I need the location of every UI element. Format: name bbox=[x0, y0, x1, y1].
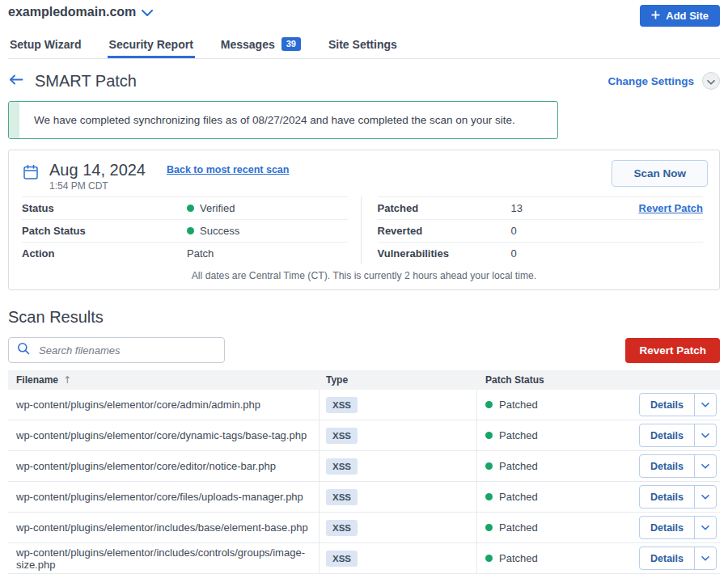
results-controls: Revert Patch bbox=[8, 336, 720, 364]
actions-cell: Details bbox=[631, 543, 720, 573]
change-settings-link[interactable]: Change Settings bbox=[607, 75, 694, 87]
details-expand-button[interactable] bbox=[694, 394, 716, 416]
patch-status-cell: Patched bbox=[477, 482, 631, 512]
filename-text: wp-content/plugins/elementor/core/editor… bbox=[16, 460, 276, 472]
summary-row-value: 0 bbox=[511, 225, 517, 237]
sync-banner: We have completed synchronizing files as… bbox=[8, 101, 558, 139]
filename-cell: wp-content/plugins/elementor/core/files/… bbox=[8, 482, 320, 512]
summary-row-label: Patched bbox=[378, 202, 511, 214]
details-button[interactable]: Details bbox=[640, 394, 694, 416]
chevron-down-icon bbox=[701, 403, 709, 407]
filename-cell: wp-content/plugins/elementor/core/editor… bbox=[8, 451, 320, 481]
details-split-button: Details bbox=[639, 393, 717, 416]
revert-patch-link[interactable]: Revert Patch bbox=[639, 202, 703, 214]
timezone-note: All dates are Central Time (CT). This is… bbox=[9, 264, 719, 289]
table-row: wp-content/plugins/elementor/includes/co… bbox=[8, 543, 720, 574]
chevron-down-icon bbox=[701, 495, 709, 500]
revert-patch-button[interactable]: Revert Patch bbox=[625, 338, 720, 363]
summary-row-label: Status bbox=[22, 202, 187, 214]
domain-selector[interactable]: exampledomain.com bbox=[8, 5, 153, 19]
details-expand-button[interactable] bbox=[694, 486, 716, 508]
filename-text: wp-content/plugins/elementor/core/files/… bbox=[16, 491, 303, 503]
table-row: wp-content/plugins/elementor/core/dynami… bbox=[8, 420, 720, 451]
summary-right-table: Patched 13 Revert Patch Reverted 0 Vulne… bbox=[361, 196, 720, 264]
chevron-down-icon bbox=[142, 5, 153, 19]
scan-time: 1:54 PM CDT bbox=[49, 180, 146, 192]
scan-results-title: Scan Results bbox=[8, 308, 720, 327]
patch-status-text: Patched bbox=[499, 521, 538, 534]
summary-row: Reverted 0 bbox=[378, 219, 704, 242]
summary-row-value: 0 bbox=[511, 247, 517, 260]
summary-row-value: Patch bbox=[187, 247, 214, 260]
summary-row: Patch Status Success bbox=[22, 219, 348, 242]
type-badge: XSS bbox=[326, 428, 358, 444]
actions-cell: Details bbox=[631, 420, 720, 450]
scan-summary-header: Aug 14, 2024 1:54 PM CDT Back to most re… bbox=[9, 150, 719, 196]
scan-now-button[interactable]: Scan Now bbox=[612, 160, 708, 187]
details-button[interactable]: Details bbox=[640, 517, 694, 538]
patch-status-text: Patched bbox=[499, 552, 538, 564]
details-button[interactable]: Details bbox=[640, 547, 694, 569]
details-split-button: Details bbox=[639, 424, 717, 447]
actions-cell: Details bbox=[631, 451, 720, 481]
patch-status-cell: Patched bbox=[477, 451, 631, 481]
add-site-button[interactable]: Add Site bbox=[640, 5, 720, 27]
details-button[interactable]: Details bbox=[640, 455, 694, 477]
details-split-button: Details bbox=[639, 547, 717, 570]
details-expand-button[interactable] bbox=[694, 455, 716, 477]
filename-cell: wp-content/plugins/elementor/includes/ba… bbox=[8, 513, 320, 542]
tab-bar: Setup Wizard Security Report Messages 39… bbox=[8, 34, 720, 59]
page-title: SMART Patch bbox=[35, 72, 137, 91]
patch-status-cell: Patched bbox=[477, 420, 631, 450]
details-expand-button[interactable] bbox=[694, 517, 716, 538]
tab-site-settings[interactable]: Site Settings bbox=[327, 34, 399, 58]
table-row: wp-content/plugins/elementor/core/admin/… bbox=[8, 390, 720, 420]
details-split-button: Details bbox=[639, 485, 717, 509]
details-button[interactable]: Details bbox=[640, 486, 694, 508]
type-badge: XSS bbox=[326, 551, 358, 567]
details-button[interactable]: Details bbox=[640, 424, 694, 446]
details-expand-button[interactable] bbox=[694, 547, 716, 569]
patch-status-cell: Patched bbox=[477, 513, 631, 542]
type-cell: XSS bbox=[320, 390, 477, 420]
status-dot-icon bbox=[485, 432, 493, 439]
scan-summary-card: Aug 14, 2024 1:54 PM CDT Back to most re… bbox=[8, 150, 720, 290]
column-header-filename[interactable]: Filename ↑ bbox=[8, 374, 320, 386]
summary-row: Action Patch bbox=[22, 242, 348, 264]
plus-icon bbox=[651, 10, 660, 22]
status-dot-icon bbox=[187, 205, 194, 212]
back-to-recent-scan-link[interactable]: Back to most recent scan bbox=[167, 164, 289, 175]
type-cell: XSS bbox=[320, 482, 477, 512]
back-arrow-icon[interactable] bbox=[8, 74, 23, 88]
status-dot-icon bbox=[485, 493, 493, 500]
tab-security-report[interactable]: Security Report bbox=[108, 34, 195, 58]
scan-date: Aug 14, 2024 bbox=[49, 160, 146, 179]
filename-text: wp-content/plugins/elementor/core/admin/… bbox=[16, 399, 260, 411]
details-expand-button[interactable] bbox=[694, 424, 716, 446]
patch-status-text: Patched bbox=[499, 491, 538, 503]
filename-cell: wp-content/plugins/elementor/includes/co… bbox=[8, 543, 320, 573]
status-dot-icon bbox=[485, 555, 493, 562]
results-table: Filename ↑ Type Patch Status wp-content/… bbox=[8, 370, 720, 574]
tab-messages[interactable]: Messages 39 bbox=[219, 34, 303, 58]
table-row: wp-content/plugins/elementor/core/editor… bbox=[8, 451, 720, 482]
filename-cell: wp-content/plugins/elementor/core/dynami… bbox=[8, 420, 320, 450]
filename-cell: wp-content/plugins/elementor/core/admin/… bbox=[8, 390, 320, 420]
type-badge: XSS bbox=[326, 489, 358, 505]
chevron-down-icon bbox=[701, 525, 709, 530]
summary-left-table: Status Verified Patch Status Success bbox=[9, 196, 361, 264]
summary-row: Patched 13 Revert Patch bbox=[378, 196, 704, 219]
page: exampledomain.com Add Site Setup Wizard … bbox=[0, 0, 728, 574]
tab-setup-wizard[interactable]: Setup Wizard bbox=[8, 34, 83, 58]
settings-expand-button[interactable] bbox=[702, 72, 720, 90]
actions-cell: Details bbox=[631, 482, 720, 512]
type-badge: XSS bbox=[326, 458, 358, 475]
search-input[interactable] bbox=[37, 344, 216, 357]
patch-status-cell: Patched bbox=[477, 390, 631, 420]
type-cell: XSS bbox=[320, 513, 477, 542]
type-cell: XSS bbox=[320, 451, 477, 481]
search-icon bbox=[17, 342, 30, 358]
summary-row-value: 13 bbox=[511, 202, 523, 214]
heading-row: SMART Patch Change Settings bbox=[8, 70, 720, 91]
status-dot-icon bbox=[485, 524, 493, 531]
